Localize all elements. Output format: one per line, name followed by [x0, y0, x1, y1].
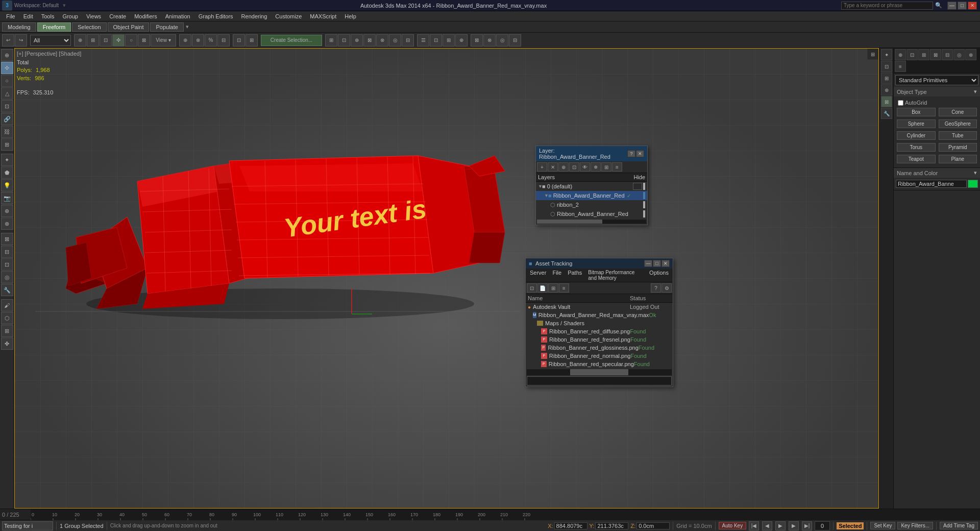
undo-button[interactable]: ↩ [2, 34, 14, 46]
menu-customize[interactable]: Customize [271, 12, 306, 20]
rp-icon-5[interactable]: ⊟ [942, 49, 953, 60]
menu-modifiers[interactable]: Modifiers [130, 12, 161, 20]
asset-row-vault[interactable]: ● Autodesk Vault Logged Out [526, 303, 673, 311]
asset-menu-options[interactable]: Options [647, 270, 671, 281]
rp-icon-4[interactable]: ⊠ [930, 49, 941, 60]
rp-icon-8[interactable]: ≡ [895, 61, 906, 72]
btn-box[interactable]: Box [897, 108, 936, 116]
btn-plane[interactable]: Plane [939, 155, 977, 163]
rit-create[interactable]: ✦ [881, 49, 892, 60]
render-type[interactable]: ⊗ [483, 34, 496, 46]
environment[interactable]: ⊟ [509, 34, 521, 46]
render-production[interactable]: ⊞ [246, 34, 258, 46]
asset-dialog-minimize[interactable]: — [644, 260, 652, 267]
curve-editor[interactable]: ⊞ [443, 34, 455, 46]
menu-tools[interactable]: Tools [37, 12, 59, 20]
lt-display[interactable]: ◎ [1, 271, 13, 283]
primitives-dropdown[interactable]: Standard Primitives [895, 75, 978, 85]
layer-row-ribbon-award[interactable]: ⬡ Ribbon_Award_Banner_Red [536, 209, 647, 219]
auto-key-button[interactable]: Auto Key [719, 522, 747, 529]
asset-row-glossiness[interactable]: P Ribbon_Banner_red_glossiness.png Found [526, 344, 673, 352]
lt-lights[interactable]: 💡 [1, 179, 13, 191]
test-input[interactable] [2, 521, 53, 530]
layer-freeze-all[interactable]: ❄ [591, 162, 601, 172]
lt-modify[interactable]: ⊠ [1, 233, 13, 245]
current-frame-input[interactable] [815, 521, 830, 530]
asset-input-bar[interactable] [527, 376, 672, 385]
go-start-button[interactable]: |◀ [749, 521, 759, 530]
selection-filter-dropdown[interactable]: All [30, 35, 71, 46]
normal-align[interactable]: ⊠ [363, 34, 376, 46]
snap-toggle[interactable]: ⊕ [179, 34, 191, 46]
lt-create[interactable]: ✦ [1, 154, 13, 166]
select-move-button[interactable]: ✜ [112, 34, 125, 46]
menu-rendering[interactable]: Rendering [237, 12, 272, 20]
lt-scale[interactable]: △ [1, 87, 13, 100]
layer-row-ribbon[interactable]: ▼ ■ Ribbon_Award_Banner_Red ✓ [536, 191, 647, 200]
asset-tb-4[interactable]: ≡ [559, 283, 569, 293]
color-swatch[interactable] [968, 180, 978, 188]
btn-cone[interactable]: Cone [939, 108, 977, 116]
create-selection-button[interactable]: Create Selection... [261, 35, 322, 46]
asset-tb-1[interactable]: ⊡ [527, 283, 537, 293]
asset-row-specular[interactable]: P Ribbon_Banner_red_specular.png Found [526, 360, 673, 368]
timeline-ruler[interactable]: 0 10 20 30 40 50 60 70 80 90 100 110 120 [31, 509, 980, 520]
rit-modify[interactable]: ⊡ [881, 61, 892, 72]
asset-menu-paths[interactable]: Paths [566, 270, 584, 281]
asset-tb-2[interactable]: 📄 [537, 283, 548, 293]
minimize-button[interactable]: — [947, 2, 957, 10]
asset-row-maps[interactable]: Maps / Shaders [526, 319, 673, 327]
play-button[interactable]: ▶ [775, 521, 786, 530]
object-name-input[interactable] [896, 180, 967, 188]
maximize-button[interactable]: □ [958, 2, 967, 10]
btn-sphere[interactable]: Sphere [897, 119, 936, 128]
lt-motion[interactable]: ⊡ [1, 258, 13, 271]
viewport[interactable]: [+] [Perspective] [Shaded] Total Polys: … [14, 48, 879, 509]
mode-extra-arrow[interactable]: ▾ [186, 23, 189, 30]
rp-icon-7[interactable]: ⊗ [965, 49, 976, 60]
render-setup[interactable]: ⊡ [233, 34, 245, 46]
close-button[interactable]: ✕ [968, 2, 977, 10]
select-object-button[interactable]: ⊕ [74, 34, 86, 46]
menu-maxscript[interactable]: MAXScript [306, 12, 340, 20]
search-input[interactable] [841, 2, 933, 10]
mode-selection[interactable]: Selection [72, 22, 106, 32]
rit-display[interactable]: ⊠ [881, 96, 892, 107]
align-camera[interactable]: ◎ [389, 34, 401, 46]
quick-align[interactable]: ⊕ [351, 34, 363, 46]
lt-cameras[interactable]: 📷 [1, 192, 13, 204]
place-highlight[interactable]: ⊗ [376, 34, 388, 46]
menu-help[interactable]: Help [340, 12, 360, 20]
rp-icon-1[interactable]: ⊕ [895, 49, 906, 60]
redo-button[interactable]: ↪ [15, 34, 27, 46]
maximize-viewport-button[interactable]: ⊞ [867, 49, 878, 60]
add-time-tag-button[interactable]: Add Time Tag [940, 522, 978, 529]
asset-scrollbar[interactable] [527, 369, 672, 375]
btn-cylinder[interactable]: Cylinder [897, 131, 936, 140]
name-color-header[interactable]: Name and Color ▾ [894, 168, 980, 178]
layer-render-all[interactable]: ⊞ [601, 162, 611, 172]
autogrid-checkbox[interactable] [898, 100, 903, 106]
scene-explorer[interactable]: ⊡ [430, 34, 442, 46]
btn-tube[interactable]: Tube [939, 131, 977, 140]
active-shade[interactable]: ◎ [496, 34, 508, 46]
go-end-button[interactable]: ▶| [802, 521, 812, 530]
layer-scrollbar[interactable] [537, 220, 646, 224]
asset-dialog-maximize[interactable]: □ [653, 260, 661, 267]
asset-tb-5[interactable]: ? [651, 283, 661, 293]
next-frame-button[interactable]: ▶ [789, 521, 799, 530]
reference-coord-dropdown[interactable]: View ▾ [151, 34, 176, 46]
layer-dialog-close[interactable]: ✕ [636, 150, 644, 157]
btn-geosphere[interactable]: GeoSphere [939, 119, 977, 128]
menu-create[interactable]: Create [105, 12, 130, 20]
layer-row-ribbon2[interactable]: ⬡ ribbon_2 [536, 200, 647, 209]
lt-unlink[interactable]: ⛓ [1, 126, 13, 138]
layer-manager[interactable]: ☰ [417, 34, 429, 46]
lt-shapes[interactable]: ⬟ [1, 166, 13, 179]
schematic-view[interactable]: ⊕ [455, 34, 468, 46]
layer-visible-default[interactable] [633, 183, 642, 190]
menu-animation[interactable]: Animation [161, 12, 194, 20]
asset-menu-file[interactable]: File [550, 270, 564, 281]
mirror-button[interactable]: ⊞ [325, 34, 337, 46]
asset-dialog-close[interactable]: ✕ [662, 260, 670, 267]
